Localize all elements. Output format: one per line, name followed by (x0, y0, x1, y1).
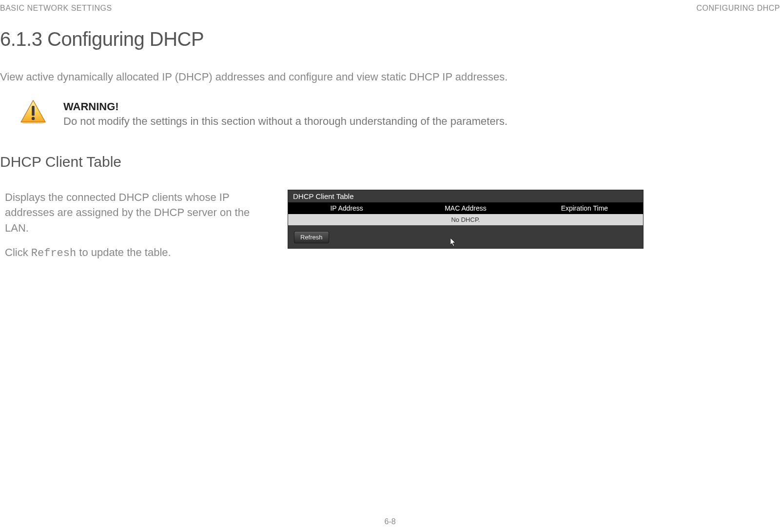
warning-text: WARNING! Do not modify the settings in t… (63, 99, 507, 129)
refresh-button[interactable]: Refresh (294, 231, 329, 243)
dhcp-empty-row: No DHCP. (288, 214, 643, 225)
header-right: CONFIGURING DHCP (696, 4, 780, 13)
warning-label: WARNING! (63, 100, 507, 113)
description-paragraph-1: Displays the connected DHCP clients whos… (5, 190, 273, 236)
screenshot-column: DHCP Client Table IP Address MAC Address… (288, 190, 780, 249)
intro-paragraph: View active dynamically allocated IP (DH… (0, 70, 780, 85)
section-title: 6.1.3 Configuring DHCP (0, 28, 780, 50)
description-paragraph-2: Click Refresh to update the table. (5, 245, 273, 261)
warning-icon (20, 99, 49, 129)
refresh-literal: Refresh (31, 247, 76, 259)
column-header-ip: IP Address (288, 202, 405, 214)
dhcp-panel-title: DHCP Client Table (288, 190, 643, 202)
warning-triangle-icon (20, 99, 47, 124)
column-header-expiration: Expiration Time (526, 202, 643, 214)
header-left: BASIC NETWORK SETTINGS (0, 4, 112, 13)
subsection-title: DHCP Client Table (0, 154, 780, 170)
svg-point-1 (22, 122, 44, 124)
svg-rect-2 (32, 106, 35, 116)
warning-description: Do not modify the settings in this secti… (63, 114, 507, 129)
dhcp-client-table-panel: DHCP Client Table IP Address MAC Address… (288, 190, 644, 249)
para2-suffix: to update the table. (76, 246, 171, 258)
svg-point-3 (32, 117, 35, 119)
dhcp-table-header: IP Address MAC Address Expiration Time (288, 202, 643, 214)
two-column-layout: Displays the connected DHCP clients whos… (0, 190, 780, 271)
page-header: BASIC NETWORK SETTINGS CONFIGURING DHCP (0, 0, 780, 13)
column-header-mac: MAC Address (405, 202, 526, 214)
description-column: Displays the connected DHCP clients whos… (0, 190, 273, 271)
para2-prefix: Click (5, 246, 31, 258)
warning-block: WARNING! Do not modify the settings in t… (20, 99, 780, 129)
page-number: 6-8 (0, 517, 780, 526)
refresh-button-wrap: Refresh (288, 225, 643, 243)
